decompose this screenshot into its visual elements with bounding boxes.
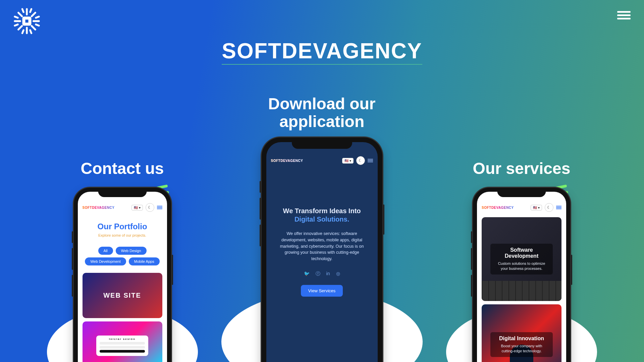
filter-pill[interactable]: Web Design <box>116 247 147 255</box>
dark-mode-toggle[interactable]: ☾ <box>356 156 365 165</box>
filter-pill[interactable]: All <box>98 247 113 255</box>
mini-hamburger-icon[interactable] <box>556 205 561 210</box>
hamburger-menu-icon[interactable] <box>617 9 631 21</box>
portfolio-card-login[interactable]: Iniciar sesión <box>83 321 162 362</box>
view-services-button[interactable]: View Services <box>301 285 343 297</box>
filter-pill[interactable]: Web Development <box>85 257 126 265</box>
feature-services: Our services SOFTDEVAGENCY 🇺🇸▾ ☾ <box>473 160 571 362</box>
mini-brand: SOFTDEVAGENCY <box>482 206 514 209</box>
service-body: Boost your company with cutting-edge tec… <box>495 344 548 354</box>
laptop-graphic <box>482 281 561 301</box>
contact-heading: Contact us <box>81 160 164 178</box>
mini-brand: SOFTDEVAGENCY <box>271 159 303 163</box>
instagram-icon[interactable]: ◎ <box>336 271 340 277</box>
language-selector[interactable]: 🇺🇸▾ <box>131 205 143 210</box>
portfolio-subtitle: Explore some of our projects. <box>78 233 167 237</box>
download-heading: Download our application <box>255 95 389 131</box>
dark-mode-toggle[interactable]: ☾ <box>146 203 154 212</box>
mini-brand: SOFTDEVAGENCY <box>83 206 115 209</box>
dark-mode-toggle[interactable]: ☾ <box>545 203 553 212</box>
svg-rect-1 <box>25 20 29 23</box>
feature-download: Download our application SOFTDEVAGENCY 🇺… <box>255 95 389 362</box>
hero-line1: We Transform Ideas Into <box>274 207 370 215</box>
portfolio-card-website[interactable]: WEB SITE <box>83 273 162 318</box>
hero-body: We offer innovative services: software d… <box>274 231 370 262</box>
service-card-innovation[interactable]: Digital Innovation Boost your company wi… <box>482 304 561 362</box>
phone-mock-hero[interactable]: SOFTDEVAGENCY 🇺🇸▾ ☾ We Transform Ideas I… <box>262 137 382 362</box>
service-body: Custom solutions to optimize your busine… <box>495 261 548 271</box>
hero-line2: Digital Solutions. <box>274 216 370 223</box>
page-title: SOFTDEVAGENCY <box>222 39 422 65</box>
linkedin-icon[interactable]: in <box>326 271 330 277</box>
service-card-software[interactable]: Software Development Custom solutions to… <box>482 217 561 301</box>
service-title: Digital Innovation <box>495 336 548 342</box>
mini-hamburger-icon[interactable] <box>157 205 162 210</box>
phone-mock-services[interactable]: SOFTDEVAGENCY 🇺🇸▾ ☾ Software Development… <box>473 188 570 362</box>
facebook-icon[interactable]: ⓕ <box>316 271 320 277</box>
service-title: Software Development <box>495 247 548 259</box>
mini-hamburger-icon[interactable] <box>368 158 373 163</box>
portfolio-title: Our Portfolio <box>78 222 167 231</box>
phone-mock-portfolio[interactable]: SOFTDEVAGENCY 🇺🇸▾ ☾ Our Portfolio Explor… <box>74 188 171 362</box>
feature-contact: Contact us SOFTDEVAGENCY 🇺🇸▾ ☾ <box>74 160 171 362</box>
company-logo[interactable] <box>12 6 42 36</box>
twitter-icon[interactable]: 🐦 <box>304 271 310 277</box>
filter-pill[interactable]: Mobile Apps <box>129 257 160 265</box>
language-selector[interactable]: 🇺🇸▾ <box>342 158 354 164</box>
language-selector[interactable]: 🇺🇸▾ <box>531 205 542 210</box>
